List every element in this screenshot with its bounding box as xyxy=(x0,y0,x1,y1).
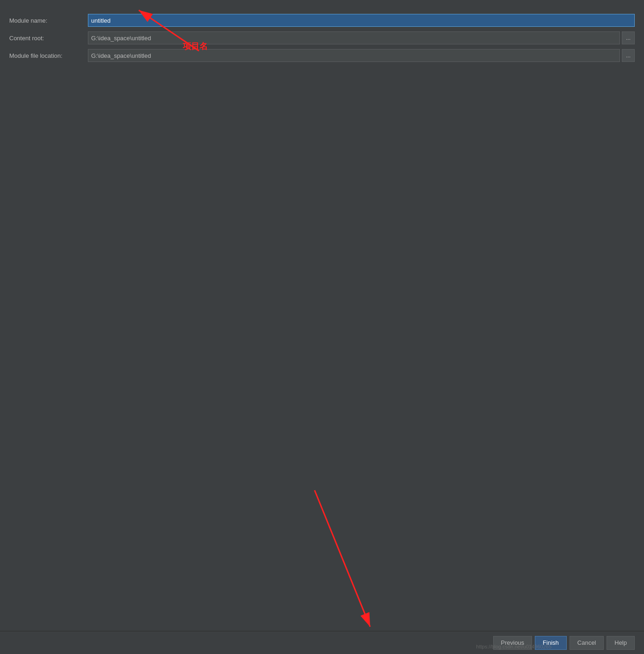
module-file-location-row: Module file location: ... xyxy=(9,49,635,62)
help-button[interactable]: Help xyxy=(607,636,635,650)
cancel-button[interactable]: Cancel xyxy=(570,636,604,650)
content-root-input-wrapper: ... xyxy=(88,31,635,44)
module-name-label: Module name: xyxy=(9,17,83,24)
dialog-content: Module name: Content root: ... Module fi… xyxy=(0,0,644,654)
content-root-row: Content root: ... xyxy=(9,31,635,44)
module-name-row: Module name: xyxy=(9,14,635,27)
module-name-input[interactable] xyxy=(88,14,635,27)
content-root-browse-button[interactable]: ... xyxy=(622,31,635,44)
module-file-location-browse-button[interactable]: ... xyxy=(622,49,635,62)
content-root-label: Content root: xyxy=(9,35,83,42)
form-section: Module name: Content root: ... Module fi… xyxy=(9,14,635,62)
module-name-input-wrapper xyxy=(88,14,635,27)
button-bar: Previous Finish Cancel Help xyxy=(0,631,644,654)
module-file-location-input[interactable] xyxy=(88,49,620,62)
csdn-watermark: https://blog.csdn.net/u014960265 xyxy=(476,644,551,649)
content-root-input[interactable] xyxy=(88,31,620,44)
module-file-location-label: Module file location: xyxy=(9,52,83,59)
module-file-location-input-wrapper: ... xyxy=(88,49,635,62)
